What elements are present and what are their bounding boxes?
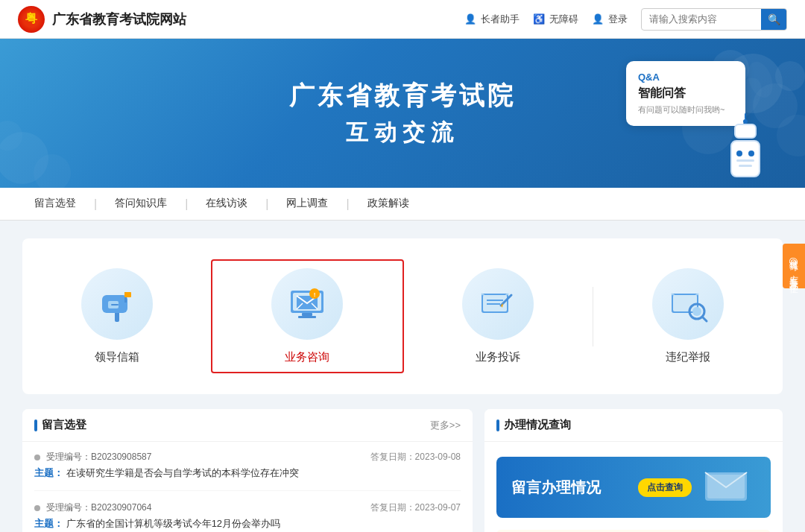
icon-grid: 领导信箱 [22,238,783,394]
sub-nav-diaocha[interactable]: 网上调查 [274,188,340,221]
hero-title: 广东省教育考试院 [289,79,516,113]
main-content: 领导信箱 [0,221,805,532]
business-complaint-icon-circle [462,268,534,340]
liuyan-card-body: 受理编号：B20230908587 答复日期：2023-09-08 主题： 在读… [22,442,473,532]
svg-rect-20 [298,316,316,318]
liuyan-card: 留言选登 更多>> 受理编号：B20230908587 答复日期：2023-09… [22,409,473,532]
svg-rect-16 [111,304,119,305]
svg-rect-38 [707,475,745,498]
banli-envelope-icon [704,469,756,506]
liuyan-id-1: 受理编号：B20230908587 [46,451,151,463]
sub-nav-zhengce[interactable]: 政策解读 [356,188,421,221]
sub-nav-dawen[interactable]: 答问知识库 [103,188,179,221]
business-complaint-card[interactable]: 业务投诉 [403,261,593,372]
hero-flowers-left [0,83,119,188]
violation-report-icon [666,282,710,326]
liuyan-id-2: 受理编号：B20230907064 [46,501,151,514]
business-consult-icon-circle: ! [271,268,343,340]
liuyan-meta-2: 受理编号：B20230907064 答复日期：2023-09-07 [34,501,461,514]
svg-point-35 [692,307,701,316]
business-complaint-label: 业务投诉 [476,350,520,364]
search-button[interactable]: 🔍 [761,8,786,31]
liuyan-topic-1[interactable]: 主题： 在读研究生学籍是否会与自学考试的本科学位存在冲突 [34,466,461,480]
nav-left: 粤 广东省教育考试院网站 [18,6,186,33]
liuyan-card-header: 留言选登 更多>> [22,409,473,442]
svg-rect-15 [124,292,131,297]
login-btn[interactable]: 👤 登录 [592,13,628,26]
banli-text-block: 留言办理情况 [511,478,626,498]
hero-banner: 广东省教育考试院 互动交流 Q&A 智能问答 有问题可以随时问我哟~ [0,39,805,188]
business-consult-icon: ! [285,282,329,326]
banli-highlight-box[interactable]: 留言办理情况 点击查询 [496,457,771,518]
liuyan-dot-2 [34,505,40,511]
user-icon: 👤 [592,13,604,25]
business-consult-label: 业务咨询 [285,350,329,364]
top-nav: 粤 广东省教育考试院网站 👤 长者助手 ♿ 无障碍 👤 登录 🔍 [0,0,805,39]
qa-desc: 有问题可以随时问我哟~ [638,104,733,115]
banli-header-title: 办理情况查询 [496,418,571,432]
leader-mailbox-icon-circle [81,268,153,340]
banli-body: 留言办理情况 点击查询 温馨 提示 1.有效留言回复后可凭手 [484,442,783,532]
banli-card: 办理情况查询 留言办理情况 点击查询 [484,409,783,532]
sub-nav: 留言选登 | 答问知识库 | 在线访谈 | 网上调查 | 政策解读 [0,188,805,221]
divider-4: | [346,197,349,211]
liuyan-more-btn[interactable]: 更多>> [430,419,461,432]
liuyan-card-title: 留言选登 [34,418,86,432]
liuyan-date-1: 答复日期：2023-09-08 [370,451,461,463]
svg-text:!: ! [314,291,316,298]
banli-header: 办理情况查询 [484,409,783,442]
site-logo: 粤 [18,6,45,33]
liuyan-date-2: 答复日期：2023-09-07 [370,501,461,514]
leader-mailbox-card[interactable]: 领导信箱 [22,261,212,372]
qa-label: Q&A [638,72,733,83]
hero-text: 广东省教育考试院 互动交流 [289,79,516,148]
two-column-section: 留言选登 更多>> 受理编号：B20230908587 答复日期：2023-09… [22,409,783,532]
liuyan-item-2: 受理编号：B20230907064 答复日期：2023-09-07 主题： 广东… [34,501,461,531]
accessibility-icon: ♿ [533,13,545,25]
divider-2: | [185,197,188,211]
business-complaint-icon [476,282,520,326]
leader-mailbox-icon [95,282,139,326]
violation-report-icon-circle [652,268,724,340]
liuyan-section: 留言选登 更多>> 受理编号：B20230908587 答复日期：2023-09… [22,409,473,532]
elder-helper[interactable]: 👤 长者助手 [464,13,520,26]
liuyan-topic-2[interactable]: 主题： 广东省的全国计算机等级考试今年12月份会举办吗 [34,517,461,531]
liuyan-item-1: 受理编号：B20230908587 答复日期：2023-09-08 主题： 在读… [34,451,461,491]
violation-report-label: 违纪举报 [666,350,710,364]
accessibility[interactable]: ♿ 无障碍 [533,13,578,26]
liuyan-dot-1 [34,455,40,460]
banli-main-text: 留言办理情况 [511,478,626,498]
banli-section: 办理情况查询 留言办理情况 点击查询 [484,409,783,532]
search-input[interactable] [642,13,761,25]
watermark: 搜狐号@广东专升本易学仕 [783,244,805,288]
svg-line-36 [702,317,707,321]
banli-query-btn[interactable]: 点击查询 [638,478,692,497]
qa-title: 智能问答 [638,86,733,101]
violation-report-card[interactable]: 违纪举报 [593,261,783,372]
nav-right: 👤 长者助手 ♿ 无障碍 👤 登录 🔍 [464,8,787,31]
svg-point-3 [775,61,805,91]
divider-3: | [265,197,268,211]
leader-mailbox-label: 领导信箱 [95,350,139,364]
svg-rect-19 [302,313,312,316]
sub-nav-liuyan[interactable]: 留言选登 [22,188,88,221]
robot-icon [723,113,768,173]
site-title: 广东省教育考试院网站 [52,10,186,28]
liuyan-meta-1: 受理编号：B20230908587 答复日期：2023-09-08 [34,451,461,463]
person-icon: 👤 [464,13,476,25]
sub-nav-fangtan[interactable]: 在线访谈 [194,188,259,221]
search-box: 🔍 [641,8,787,31]
divider-1: | [94,197,97,211]
business-consult-card[interactable]: ! 业务咨询 [211,259,403,373]
hero-subtitle: 互动交流 [289,118,516,148]
